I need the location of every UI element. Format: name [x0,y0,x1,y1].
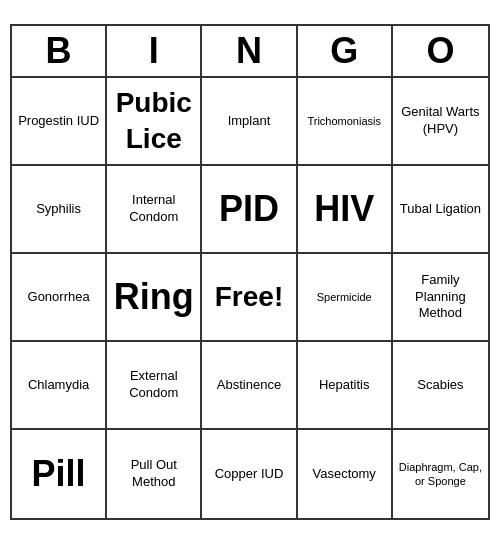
bingo-letter: G [298,26,393,76]
bingo-cell: Family Planning Method [393,254,488,342]
bingo-cell: Diaphragm, Cap, or Sponge [393,430,488,518]
bingo-cell: Ring [107,254,202,342]
bingo-cell: Internal Condom [107,166,202,254]
bingo-cell: Chlamydia [12,342,107,430]
bingo-cell: Pubic Lice [107,78,202,166]
bingo-cell: HIV [298,166,393,254]
bingo-cell: Free! [202,254,297,342]
bingo-cell: Scabies [393,342,488,430]
bingo-cell: Abstinence [202,342,297,430]
bingo-letter: O [393,26,488,76]
bingo-cell: Vasectomy [298,430,393,518]
bingo-cell: Genital Warts (HPV) [393,78,488,166]
bingo-cell: Copper IUD [202,430,297,518]
bingo-cell: Syphilis [12,166,107,254]
bingo-cell: External Condom [107,342,202,430]
bingo-header: BINGO [12,26,488,78]
bingo-cell: Tubal Ligation [393,166,488,254]
bingo-cell: Implant [202,78,297,166]
bingo-letter: N [202,26,297,76]
bingo-cell: Progestin IUD [12,78,107,166]
bingo-cell: Gonorrhea [12,254,107,342]
bingo-grid: Progestin IUDPubic LiceImplantTrichomoni… [12,78,488,518]
bingo-card: BINGO Progestin IUDPubic LiceImplantTric… [10,24,490,520]
bingo-cell: Trichomoniasis [298,78,393,166]
bingo-letter: B [12,26,107,76]
bingo-cell: Pill [12,430,107,518]
bingo-cell: PID [202,166,297,254]
bingo-letter: I [107,26,202,76]
bingo-cell: Pull Out Method [107,430,202,518]
bingo-cell: Spermicide [298,254,393,342]
bingo-cell: Hepatitis [298,342,393,430]
